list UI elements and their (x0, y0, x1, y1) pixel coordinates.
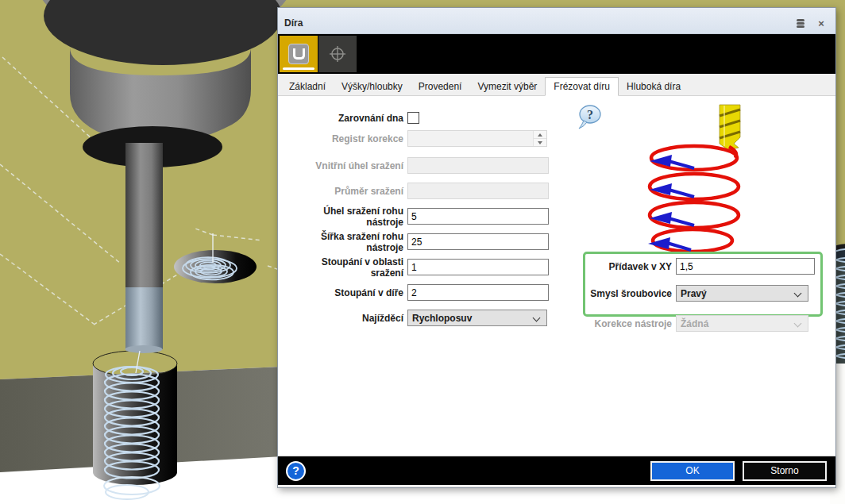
row-stoupani-dire: Stoupání v díře (287, 284, 549, 301)
spin-up-button[interactable] (534, 131, 546, 139)
chevron-down-icon (794, 320, 802, 328)
hole-feature-button[interactable] (280, 36, 318, 72)
prumer-srazeni-input (407, 183, 549, 199)
cancel-button[interactable]: Storno (743, 461, 827, 481)
stoupani-dire-label: Stoupání v díře (287, 287, 403, 298)
stoupani-oblasti-label: Stoupání v oblasti sražení (287, 256, 403, 279)
dialog-title: Díra (284, 13, 788, 29)
smysl-sroubovice-select[interactable]: Pravý (676, 285, 808, 302)
hole-dialog: Díra × Základní Vý (277, 7, 836, 488)
dialog-titlebar[interactable]: Díra × (278, 8, 835, 34)
pridavek-xy-label: Přídavek v XY (556, 261, 672, 272)
help-balloon-icon[interactable]: ? (577, 104, 604, 133)
close-icon[interactable]: × (813, 16, 829, 30)
row-pridavek-xy: Přídavek v XY (556, 258, 815, 275)
ok-button[interactable]: OK (650, 461, 735, 481)
tab-provedeni[interactable]: Provedení (411, 79, 470, 95)
dialog-tabs: Základní Výšky/hloubky Provedení Vymezit… (278, 78, 835, 96)
uhel-srazeni-rohu-input[interactable] (407, 208, 549, 225)
stoupani-dire-input[interactable] (407, 284, 549, 301)
selected-indicator (283, 67, 314, 70)
vnitrni-uhel-input (407, 157, 549, 174)
dialog-footer: ? OK Storno (278, 456, 835, 485)
najizdeci-label: Najížděcí (287, 313, 403, 324)
row-prumer-srazeni: Průměr sražení (287, 183, 549, 199)
u-shape-icon (288, 44, 309, 64)
prumer-srazeni-label: Průměr sražení (287, 186, 403, 197)
zarovnani-dna-checkbox[interactable] (407, 112, 419, 124)
app-stage: Díra × Základní Vý (0, 0, 845, 504)
vnitrni-uhel-label: Vnitřní úhel sražení (287, 160, 403, 171)
stoupani-oblasti-input[interactable] (407, 259, 549, 275)
row-stoupani-oblasti: Stoupání v oblasti sražení (287, 259, 549, 275)
chevron-down-icon (533, 314, 541, 322)
pridavek-xy-input[interactable] (676, 258, 815, 275)
row-zarovnani-dna: Zarovnání dna (287, 110, 419, 126)
uhel-srazeni-rohu-label: Úhel sražení rohu nástroje (287, 206, 403, 228)
row-vnitrni-uhel: Vnitřní úhel sražení (287, 157, 549, 174)
row-najizdeci: Najížděcí Rychloposuv (287, 310, 547, 326)
zarovnani-dna-label: Zarovnání dna (287, 113, 403, 124)
svg-text:?: ? (587, 108, 593, 121)
tab-vysky-hloubky[interactable]: Výšky/hloubky (334, 79, 411, 95)
drill-icon (720, 105, 740, 150)
spin-down-button[interactable] (534, 139, 546, 146)
smysl-sroubovice-label: Smysl šroubovice (556, 288, 672, 299)
row-korekce-nastroje: Korekce nástroje Žádná (556, 315, 808, 332)
tab-content: Zarovnání dna Registr korekce Vnitřní úh… (278, 96, 835, 455)
menu-icon[interactable] (793, 16, 808, 30)
help-icon[interactable]: ? (286, 461, 306, 481)
registr-korekce-label: Registr korekce (287, 133, 403, 144)
helix-direction-illustration (637, 102, 760, 257)
crosshair-icon (329, 45, 346, 63)
korekce-nastroje-label: Korekce nástroje (556, 318, 672, 329)
feature-toolbar (278, 34, 835, 74)
najizdeci-select[interactable]: Rychloposuv (407, 310, 547, 326)
row-uhel-srazeni-rohu: Úhel sražení rohu nástroje (287, 208, 549, 225)
row-registr-korekce: Registr korekce (287, 130, 547, 147)
chevron-down-icon (794, 290, 802, 298)
registr-korekce-spinner (407, 130, 547, 147)
sirka-srazeni-rohu-label: Šířka sražení rohu nástroje (287, 231, 403, 253)
row-smysl-sroubovice: Smysl šroubovice Pravý (556, 285, 808, 302)
tab-hluboka-dira[interactable]: Hluboká díra (619, 79, 689, 95)
row-sirka-srazeni-rohu: Šířka sražení rohu nástroje (287, 233, 549, 250)
tab-zakladni[interactable]: Základní (281, 79, 334, 95)
korekce-nastroje-select: Žádná (676, 315, 808, 332)
position-button[interactable] (318, 36, 357, 72)
sirka-srazeni-rohu-input[interactable] (407, 233, 549, 250)
tab-vymezit-vyber[interactable]: Vymezit výběr (469, 79, 545, 95)
tab-frezovat-diru[interactable]: Frézovat díru (545, 77, 619, 96)
